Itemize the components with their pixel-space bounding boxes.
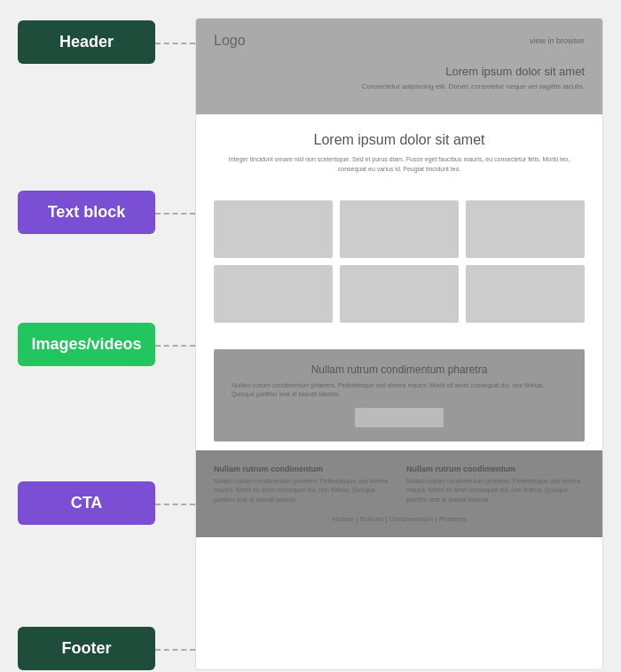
image-placeholder-1 [214, 200, 333, 258]
email-footer-col1-title: Nullam rutrum condimentum [214, 465, 392, 473]
email-cta-button[interactable] [355, 408, 444, 427]
email-footer-col2: Nullam rutrum condimentum Nullam rutrum … [406, 465, 585, 505]
email-images-section [196, 191, 602, 340]
email-footer-col1-body: Nullam rutrum condimentum pharetra. Pell… [214, 477, 392, 505]
spacer-cta [18, 525, 195, 627]
email-logo: Logo [214, 33, 246, 49]
email-textblock-section: Lorem ipsum dolor sit amet Integer tinci… [196, 114, 602, 191]
spacer-header [18, 66, 195, 191]
spacer-textblock [18, 234, 195, 323]
email-cta-title: Nullam rutrum condimentum pharetra [232, 363, 567, 376]
email-footer-col2-body: Nullam rutrum condimentum pharetra. Pell… [406, 477, 585, 505]
image-placeholder-6 [466, 265, 585, 323]
image-placeholder-4 [214, 265, 333, 323]
email-header-section: Logo view in browser Lorem ipsum dolor s… [196, 19, 602, 114]
header-dotted-line [155, 43, 195, 44]
email-footer-col1: Nullam rutrum condimentum Nullam rutrum … [214, 465, 392, 505]
footer-label-button[interactable]: Footer [18, 627, 155, 670]
email-footer-section: Nullam rutrum condimentum Nullam rutrum … [196, 450, 602, 538]
image-placeholder-5 [340, 265, 459, 323]
image-placeholder-2 [340, 200, 459, 258]
images-dotted-line [155, 345, 195, 347]
email-textblock-body: Integer tincidunt ornare nisl non sceler… [223, 155, 576, 174]
header-label-button[interactable]: Header [18, 20, 155, 64]
footer-dotted-line [155, 649, 195, 651]
email-header-subtitle: Consectetur adipiscing elit. Donec conse… [214, 82, 585, 91]
image-placeholder-3 [466, 200, 585, 258]
image-grid [214, 200, 585, 323]
email-header-title: Lorem ipsum dolor sit amet [214, 65, 585, 78]
cta-dotted-line [155, 504, 195, 505]
email-preview: Logo view in browser Lorem ipsum dolor s… [195, 18, 603, 670]
email-textblock-title: Lorem ipsum dolor sit amet [223, 132, 576, 148]
spacer-images [18, 366, 195, 481]
textblock-label-button[interactable]: Text block [18, 191, 155, 234]
images-label-button[interactable]: Images/videos [18, 323, 155, 366]
textblock-dotted-line [155, 213, 195, 215]
email-cta-body: Nullam rutrum condimentum pharetra. Pell… [232, 381, 567, 399]
email-cta-section: Nullam rutrum condimentum pharetra Nulla… [214, 349, 585, 441]
cta-label-button[interactable]: CTA [18, 481, 155, 525]
email-footer-links: Nullam | Rutrum | Condimentum | Pharetra [214, 515, 585, 523]
email-footer-col2-title: Nullam rutrum condimentum [406, 465, 585, 473]
email-view-in-browser[interactable]: view in browser [530, 36, 585, 45]
